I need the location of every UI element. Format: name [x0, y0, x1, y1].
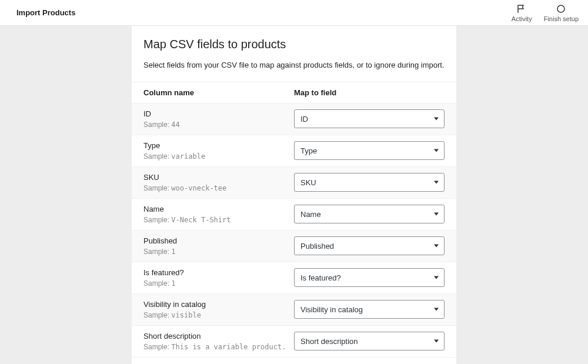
field-select-wrap: Name [294, 205, 445, 223]
table-row: PublishedSample: 1Published [132, 231, 456, 262]
field-select-wrap: ID [294, 109, 445, 128]
field-sample: Sample: V-Neck T-Shirt [143, 216, 294, 224]
field-select[interactable]: ID [294, 109, 445, 128]
field-select-wrap: Visibility in catalog [294, 300, 445, 319]
svg-point-0 [557, 5, 564, 12]
card-description: Select fields from your CSV file to map … [143, 59, 445, 71]
map-cell: Short description [294, 332, 445, 350]
field-select-wrap: Type [294, 141, 445, 160]
map-cell: Published [294, 236, 445, 255]
field-select[interactable]: Type [294, 141, 445, 160]
field-sample: Sample: 1 [143, 248, 294, 256]
circle-icon [556, 4, 566, 14]
field-select[interactable]: Name [294, 205, 445, 223]
flag-icon [516, 4, 527, 14]
field-sample: Sample: 1 [143, 279, 294, 288]
field-select[interactable]: Is featured? [294, 268, 445, 287]
field-select-wrap: Is featured? [294, 268, 445, 287]
field-select[interactable]: SKU [294, 173, 445, 192]
column-cell: TypeSample: variable [143, 141, 294, 161]
column-cell: PublishedSample: 1 [143, 236, 294, 256]
field-select-wrap: SKU [294, 173, 445, 192]
map-cell: Visibility in catalog [294, 300, 445, 319]
field-name: Short description [143, 332, 294, 340]
top-bar: Import Products Activity Finish setup [0, 0, 588, 26]
field-name: ID [143, 109, 294, 118]
column-cell: SKUSample: woo-vneck-tee [143, 173, 294, 192]
field-select[interactable]: Visibility in catalog [294, 300, 445, 319]
field-select-wrap: Short description [294, 332, 445, 350]
field-name: Visibility in catalog [143, 300, 294, 309]
mapping-table: Column name Map to field IDSample: 44IDT… [132, 82, 456, 358]
table-row: Visibility in catalogSample: visibleVisi… [132, 294, 456, 326]
column-cell: Is featured?Sample: 1 [143, 268, 294, 288]
field-name: SKU [143, 173, 294, 182]
field-sample: Sample: visible [143, 311, 294, 319]
column-cell: Visibility in catalogSample: visible [143, 300, 294, 319]
field-sample: Sample: variable [143, 152, 294, 161]
table-body: IDSample: 44IDTypeSample: variableTypeSK… [132, 103, 456, 358]
map-cell: SKU [294, 173, 445, 192]
table-row: NameSample: V-Neck T-ShirtName [132, 199, 456, 231]
table-row: SKUSample: woo-vneck-teeSKU [132, 167, 456, 199]
field-select-wrap: Published [294, 236, 445, 255]
field-select[interactable]: Short description [294, 332, 445, 350]
field-sample: Sample: This is a variable product. [143, 343, 294, 351]
card-title: Map CSV fields to products [143, 38, 445, 51]
map-cell: Is featured? [294, 268, 445, 287]
map-cell: ID [294, 109, 445, 128]
field-name: Published [143, 236, 294, 245]
map-cell: Name [294, 205, 445, 223]
table-row: Is featured?Sample: 1Is featured? [132, 262, 456, 294]
column-name-header: Column name [143, 88, 294, 97]
page-wrap: Map CSV fields to products Select fields… [0, 26, 588, 364]
column-cell: Short descriptionSample: This is a varia… [143, 332, 294, 351]
field-name: Is featured? [143, 268, 294, 277]
finish-setup-button[interactable]: Finish setup [544, 4, 579, 22]
page-title: Import Products [16, 8, 75, 17]
table-row: Short descriptionSample: This is a varia… [132, 326, 456, 358]
table-header: Column name Map to field [132, 82, 456, 103]
table-row: IDSample: 44ID [132, 103, 456, 135]
top-bar-actions: Activity Finish setup [512, 4, 579, 22]
activity-label: Activity [512, 15, 532, 22]
card-header: Map CSV fields to products Select fields… [132, 26, 456, 82]
finish-setup-label: Finish setup [544, 15, 579, 22]
map-cell: Type [294, 141, 445, 160]
column-cell: IDSample: 44 [143, 109, 294, 129]
import-card: Map CSV fields to products Select fields… [132, 26, 456, 364]
field-name: Name [143, 205, 294, 213]
activity-button[interactable]: Activity [512, 4, 532, 22]
map-to-header: Map to field [294, 88, 445, 97]
table-row: TypeSample: variableType [132, 135, 456, 167]
field-select[interactable]: Published [294, 236, 445, 255]
field-sample: Sample: woo-vneck-tee [143, 184, 294, 192]
column-cell: NameSample: V-Neck T-Shirt [143, 205, 294, 224]
field-sample: Sample: 44 [143, 121, 294, 129]
field-name: Type [143, 141, 294, 150]
